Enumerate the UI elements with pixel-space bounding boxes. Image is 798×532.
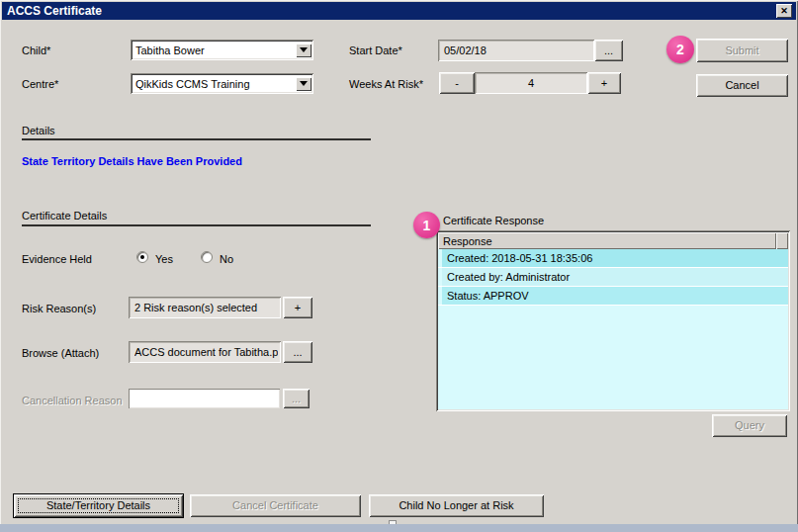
response-table-header: Response	[438, 232, 788, 249]
evidence-held-label: Evidence Held	[22, 253, 92, 265]
close-icon[interactable]: ✕	[776, 4, 792, 18]
chevron-down-icon[interactable]	[296, 77, 311, 91]
start-date-browse-button[interactable]: ...	[594, 40, 623, 61]
evidence-no-label: No	[220, 253, 233, 265]
evidence-yes-label: Yes	[155, 253, 173, 265]
certificate-details-divider	[22, 224, 371, 226]
cancel-button[interactable]: Cancel	[696, 74, 788, 97]
query-button[interactable]: Query	[712, 414, 787, 437]
certificate-details-heading: Certificate Details	[22, 210, 107, 222]
details-divider	[22, 138, 371, 140]
weeks-plus-button[interactable]: +	[587, 72, 621, 94]
chevron-down-icon[interactable]	[296, 44, 311, 57]
response-row-created[interactable]: Created: 2018-05-31 18:35:06	[438, 249, 788, 268]
cancellation-reason-browse-button: ...	[283, 389, 310, 408]
weeks-at-risk-value: 4	[528, 77, 534, 89]
details-heading: Details	[22, 125, 55, 136]
centre-label: Centre*	[22, 78, 58, 90]
step-badge-2: 2	[666, 36, 694, 63]
risk-reasons-label: Risk Reason(s)	[22, 303, 96, 314]
evidence-no-radio[interactable]	[201, 251, 213, 263]
child-label: Child*	[22, 44, 50, 56]
weeks-at-risk-field[interactable]: 4	[475, 72, 587, 94]
centre-value: QikKids CCMS Training	[135, 78, 296, 90]
step-badge-1: 1	[413, 212, 440, 238]
start-date-value: 05/02/18	[444, 44, 487, 56]
browse-attach-value: ACCS document for Tabitha.p	[134, 346, 278, 358]
risk-reasons-add-button[interactable]: +	[283, 297, 312, 318]
response-row-created-by[interactable]: Created by: Administrator	[438, 268, 788, 287]
risk-reasons-value: 2 Risk reason(s) selected	[134, 302, 257, 313]
browse-attach-field[interactable]: ACCS document for Tabitha.p	[129, 341, 281, 363]
response-column-header[interactable]: Response	[438, 232, 776, 249]
centre-dropdown[interactable]: QikKids CCMS Training	[131, 73, 313, 94]
certificate-response-table: Response Created: 2018-05-31 18:35:06 Cr…	[436, 230, 790, 411]
cancel-certificate-button[interactable]: Cancel Certificate	[190, 494, 361, 517]
child-dropdown[interactable]: Tabitha Bower	[131, 40, 313, 60]
cancellation-reason-field	[129, 389, 280, 408]
state-territory-note: State Territory Details Have Been Provid…	[22, 155, 242, 167]
title-bar: ACCS Certificate	[2, 2, 796, 20]
accs-certificate-dialog: ACCS Certificate ✕ Child* Tabitha Bower …	[0, 0, 798, 532]
state-territory-details-button[interactable]: State/Territory Details	[14, 494, 183, 517]
response-column-filler	[776, 232, 788, 249]
child-no-longer-at-risk-button[interactable]: Child No Longer at Risk	[369, 494, 544, 517]
start-date-label: Start Date*	[349, 44, 402, 56]
submit-button[interactable]: Submit	[696, 39, 788, 62]
browse-attach-label: Browse (Attach)	[22, 347, 99, 359]
risk-reasons-field[interactable]: 2 Risk reason(s) selected	[129, 297, 281, 318]
weeks-at-risk-label: Weeks At Risk*	[349, 78, 423, 90]
background-window-edge	[0, 524, 798, 532]
browse-attach-button[interactable]: ...	[283, 341, 312, 363]
window-title: ACCS Certificate	[7, 4, 102, 18]
evidence-yes-radio[interactable]	[136, 251, 148, 263]
weeks-minus-button[interactable]: -	[439, 72, 475, 94]
response-row-status[interactable]: Status: APPROV	[438, 287, 788, 306]
certificate-response-heading: Certificate Response	[443, 215, 544, 226]
child-value: Tabitha Bower	[135, 44, 296, 56]
start-date-field[interactable]: 05/02/18	[438, 40, 594, 61]
cancellation-reason-label: Cancellation Reason	[22, 395, 123, 406]
